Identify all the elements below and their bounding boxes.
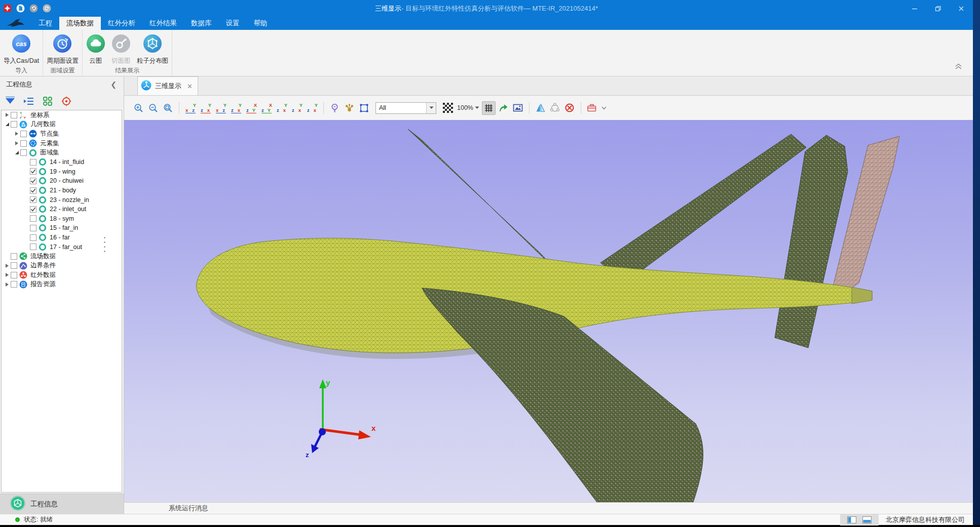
tree-item[interactable]: 流场数据 <box>2 252 122 261</box>
tree-item[interactable]: 14 - int_fluid <box>2 157 122 167</box>
particle-view-button[interactable] <box>343 101 356 115</box>
tree-item[interactable]: 面域集 <box>2 148 122 157</box>
view-front-button[interactable]: Yxz <box>183 101 198 115</box>
menu-tab-1[interactable]: 工程 <box>31 17 59 30</box>
clip-box-button[interactable] <box>585 101 599 115</box>
tree-checkbox[interactable] <box>30 196 36 203</box>
tree-checkbox[interactable] <box>20 149 27 156</box>
view-back-button[interactable]: Yzx <box>199 101 213 115</box>
tree-item[interactable]: 报告资源 <box>2 280 122 290</box>
menu-tab-2[interactable]: 流场数据 <box>59 17 101 30</box>
snapshot-button[interactable] <box>511 101 525 115</box>
undo-button[interactable] <box>29 4 38 13</box>
zoom-out-button[interactable] <box>146 101 160 115</box>
maximize-button[interactable] <box>926 0 950 17</box>
view-left-button[interactable]: Yxz <box>214 101 228 115</box>
tree-item[interactable]: Yzx坐标系 <box>2 110 122 120</box>
tree-checkbox[interactable] <box>20 131 27 137</box>
export-view-button[interactable] <box>497 101 510 115</box>
ribbon-collapse-button[interactable] <box>954 63 963 72</box>
view-right-button[interactable]: Yzx <box>229 101 243 115</box>
collapse-all-button[interactable] <box>23 95 35 107</box>
combo-dropdown-button[interactable] <box>426 103 436 113</box>
tree-checkbox[interactable] <box>11 262 17 269</box>
tree-checkbox[interactable] <box>30 159 36 166</box>
view-iso-3-button[interactable]: Yzx <box>305 101 319 115</box>
tree-item[interactable]: 20 - chuiwei <box>2 176 122 186</box>
filter-button[interactable] <box>4 95 16 107</box>
box-select-button[interactable] <box>357 101 371 115</box>
tree-item[interactable]: 红外数据 <box>2 270 122 280</box>
ribbon-button-particle[interactable]: 粒子分布图 <box>134 33 171 66</box>
tree-item[interactable]: 几何数据 <box>2 120 122 130</box>
tree-expand-arrow[interactable] <box>4 113 11 117</box>
tree-item[interactable]: 19 - wing <box>2 167 122 177</box>
tree-checkbox[interactable] <box>30 234 36 241</box>
minimize-button[interactable] <box>903 0 926 17</box>
transparency-button[interactable] <box>441 101 455 115</box>
redo-button[interactable] <box>43 4 51 13</box>
menu-tab-5[interactable]: 数据库 <box>184 17 219 30</box>
view-bottom-button[interactable]: XzY <box>259 101 274 115</box>
view-top-button[interactable]: XzY <box>244 101 258 115</box>
tree-checkbox[interactable] <box>30 244 36 250</box>
view-iso-1-button[interactable]: Yzx <box>275 101 289 115</box>
tree-item[interactable]: 18 - sym <box>2 214 122 224</box>
tab-3d-view[interactable]: 三维显示 ✕ <box>137 76 198 95</box>
locate-button[interactable] <box>60 95 72 107</box>
tree-checkbox[interactable] <box>30 187 36 194</box>
cancel-button[interactable] <box>563 101 577 115</box>
tree-expand-arrow[interactable] <box>4 273 11 277</box>
panel-footer-tab[interactable]: 工程信息 <box>0 494 124 514</box>
mesh-toggle-button[interactable] <box>482 101 496 115</box>
tree-checkbox[interactable] <box>30 225 36 231</box>
tree-item[interactable]: 23 - nozzle_in <box>2 195 122 205</box>
view-iso-2-button[interactable]: Yzx <box>290 101 304 115</box>
tree-expand-arrow[interactable] <box>13 141 20 145</box>
layout-toggle-left-icon[interactable] <box>847 516 856 523</box>
menu-tab-7[interactable]: 帮助 <box>247 17 275 30</box>
ribbon-button-cas[interactable]: cas导入Cas/Dat <box>1 33 42 66</box>
tree-item[interactable]: 22 - inlet_out <box>2 205 122 214</box>
group-view-button[interactable] <box>42 95 54 107</box>
tree-checkbox[interactable] <box>11 121 17 128</box>
tree-collapse-arrow[interactable] <box>13 151 20 154</box>
tree-checkbox[interactable] <box>11 112 17 118</box>
tree-checkbox[interactable] <box>11 253 17 260</box>
light-settings-button[interactable] <box>328 101 342 115</box>
app-menu-button[interactable] <box>3 4 12 13</box>
ribbon-button-cloud[interactable]: 云图 <box>84 33 108 66</box>
tree-collapse-arrow[interactable] <box>4 123 11 126</box>
tree-expand-arrow[interactable] <box>4 282 11 287</box>
tree-checkbox[interactable] <box>30 206 36 213</box>
close-button[interactable] <box>950 0 973 17</box>
viewport-3d[interactable]: y x z <box>124 120 973 502</box>
scene-canvas[interactable]: y x z <box>124 120 973 502</box>
tree-item[interactable]: 21 - body <box>2 186 122 195</box>
tree-checkbox[interactable] <box>20 140 27 147</box>
zoom-in-button[interactable] <box>132 101 145 115</box>
zoom-fit-button[interactable] <box>161 101 175 115</box>
layout-toggle-bottom-icon[interactable] <box>862 516 872 523</box>
clip-box-caret[interactable] <box>599 106 609 110</box>
model-aircraft[interactable] <box>197 129 899 502</box>
rotate-center-button[interactable] <box>548 101 562 115</box>
menu-tab-3[interactable]: 红外分析 <box>101 17 142 30</box>
ribbon-button-clock[interactable]: 周期面设置 <box>44 33 81 66</box>
panel-splitter-handle[interactable] <box>103 237 106 252</box>
tree-checkbox[interactable] <box>11 272 17 278</box>
mirror-button[interactable] <box>534 101 547 115</box>
tab-close-icon[interactable]: ✕ <box>187 83 193 90</box>
tree-checkbox[interactable] <box>30 215 36 222</box>
display-filter-combo[interactable]: All <box>375 102 436 114</box>
tree-checkbox[interactable] <box>11 281 17 288</box>
tree-item[interactable]: 元素集 <box>2 139 122 148</box>
menu-tab-6[interactable]: 设置 <box>219 17 247 30</box>
menu-tab-4[interactable]: 红外结果 <box>142 17 184 30</box>
zoom-level-dropdown[interactable]: 100% <box>455 104 481 111</box>
tree-checkbox[interactable] <box>30 168 36 175</box>
tree-checkbox[interactable] <box>30 178 36 184</box>
new-doc-button[interactable] <box>16 4 25 13</box>
tree-expand-arrow[interactable] <box>4 264 11 268</box>
tree-expand-arrow[interactable] <box>13 132 20 136</box>
